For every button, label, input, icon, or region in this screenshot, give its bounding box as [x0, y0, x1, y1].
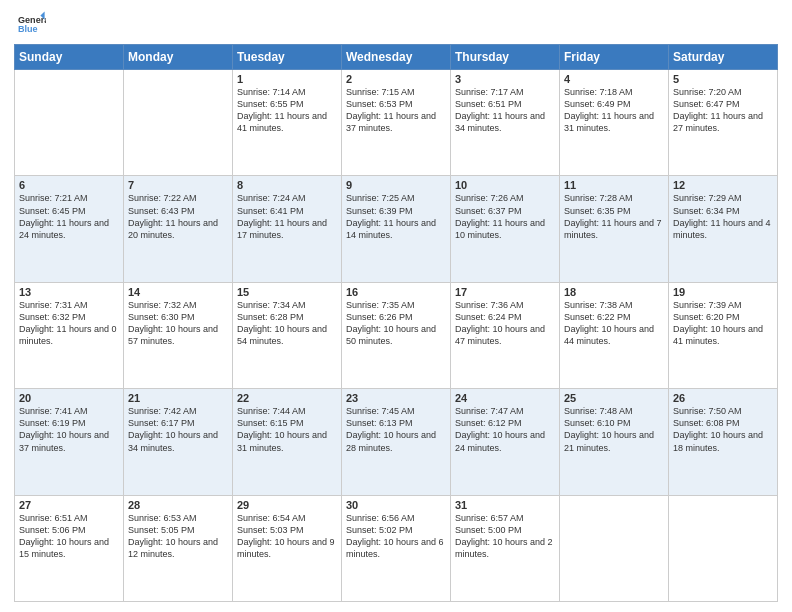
- calendar-day-cell: 1Sunrise: 7:14 AM Sunset: 6:55 PM Daylig…: [233, 70, 342, 176]
- calendar-day-cell: 9Sunrise: 7:25 AM Sunset: 6:39 PM Daylig…: [342, 176, 451, 282]
- day-info: Sunrise: 7:47 AM Sunset: 6:12 PM Dayligh…: [455, 405, 555, 454]
- day-number: 7: [128, 179, 228, 191]
- weekday-header-friday: Friday: [560, 45, 669, 70]
- calendar-day-cell: 17Sunrise: 7:36 AM Sunset: 6:24 PM Dayli…: [451, 282, 560, 388]
- calendar-day-cell: 15Sunrise: 7:34 AM Sunset: 6:28 PM Dayli…: [233, 282, 342, 388]
- calendar-day-cell: 30Sunrise: 6:56 AM Sunset: 5:02 PM Dayli…: [342, 495, 451, 601]
- day-info: Sunrise: 7:29 AM Sunset: 6:34 PM Dayligh…: [673, 192, 773, 241]
- day-number: 31: [455, 499, 555, 511]
- calendar-day-cell: 13Sunrise: 7:31 AM Sunset: 6:32 PM Dayli…: [15, 282, 124, 388]
- calendar-day-cell: [124, 70, 233, 176]
- calendar-day-cell: 28Sunrise: 6:53 AM Sunset: 5:05 PM Dayli…: [124, 495, 233, 601]
- day-info: Sunrise: 7:14 AM Sunset: 6:55 PM Dayligh…: [237, 86, 337, 135]
- day-info: Sunrise: 6:56 AM Sunset: 5:02 PM Dayligh…: [346, 512, 446, 561]
- day-number: 9: [346, 179, 446, 191]
- calendar-week-4: 20Sunrise: 7:41 AM Sunset: 6:19 PM Dayli…: [15, 389, 778, 495]
- day-number: 19: [673, 286, 773, 298]
- day-info: Sunrise: 7:50 AM Sunset: 6:08 PM Dayligh…: [673, 405, 773, 454]
- calendar-day-cell: 3Sunrise: 7:17 AM Sunset: 6:51 PM Daylig…: [451, 70, 560, 176]
- day-number: 24: [455, 392, 555, 404]
- calendar-day-cell: 5Sunrise: 7:20 AM Sunset: 6:47 PM Daylig…: [669, 70, 778, 176]
- day-info: Sunrise: 7:21 AM Sunset: 6:45 PM Dayligh…: [19, 192, 119, 241]
- calendar-day-cell: 10Sunrise: 7:26 AM Sunset: 6:37 PM Dayli…: [451, 176, 560, 282]
- calendar-day-cell: 2Sunrise: 7:15 AM Sunset: 6:53 PM Daylig…: [342, 70, 451, 176]
- day-info: Sunrise: 7:48 AM Sunset: 6:10 PM Dayligh…: [564, 405, 664, 454]
- weekday-header-thursday: Thursday: [451, 45, 560, 70]
- day-info: Sunrise: 7:22 AM Sunset: 6:43 PM Dayligh…: [128, 192, 228, 241]
- day-number: 27: [19, 499, 119, 511]
- calendar-week-1: 1Sunrise: 7:14 AM Sunset: 6:55 PM Daylig…: [15, 70, 778, 176]
- day-number: 30: [346, 499, 446, 511]
- day-info: Sunrise: 7:41 AM Sunset: 6:19 PM Dayligh…: [19, 405, 119, 454]
- calendar-day-cell: 12Sunrise: 7:29 AM Sunset: 6:34 PM Dayli…: [669, 176, 778, 282]
- day-info: Sunrise: 6:54 AM Sunset: 5:03 PM Dayligh…: [237, 512, 337, 561]
- calendar-day-cell: 25Sunrise: 7:48 AM Sunset: 6:10 PM Dayli…: [560, 389, 669, 495]
- weekday-header-sunday: Sunday: [15, 45, 124, 70]
- day-number: 23: [346, 392, 446, 404]
- day-info: Sunrise: 7:26 AM Sunset: 6:37 PM Dayligh…: [455, 192, 555, 241]
- day-number: 2: [346, 73, 446, 85]
- day-info: Sunrise: 7:17 AM Sunset: 6:51 PM Dayligh…: [455, 86, 555, 135]
- day-number: 3: [455, 73, 555, 85]
- day-info: Sunrise: 7:24 AM Sunset: 6:41 PM Dayligh…: [237, 192, 337, 241]
- day-info: Sunrise: 6:53 AM Sunset: 5:05 PM Dayligh…: [128, 512, 228, 561]
- day-info: Sunrise: 7:35 AM Sunset: 6:26 PM Dayligh…: [346, 299, 446, 348]
- calendar-day-cell: 11Sunrise: 7:28 AM Sunset: 6:35 PM Dayli…: [560, 176, 669, 282]
- calendar-day-cell: 4Sunrise: 7:18 AM Sunset: 6:49 PM Daylig…: [560, 70, 669, 176]
- logo-icon: General Blue: [18, 10, 46, 38]
- day-number: 21: [128, 392, 228, 404]
- day-info: Sunrise: 7:25 AM Sunset: 6:39 PM Dayligh…: [346, 192, 446, 241]
- day-number: 12: [673, 179, 773, 191]
- day-info: Sunrise: 7:42 AM Sunset: 6:17 PM Dayligh…: [128, 405, 228, 454]
- day-number: 13: [19, 286, 119, 298]
- calendar-day-cell: [15, 70, 124, 176]
- day-info: Sunrise: 7:38 AM Sunset: 6:22 PM Dayligh…: [564, 299, 664, 348]
- day-info: Sunrise: 7:32 AM Sunset: 6:30 PM Dayligh…: [128, 299, 228, 348]
- day-number: 5: [673, 73, 773, 85]
- calendar-day-cell: 31Sunrise: 6:57 AM Sunset: 5:00 PM Dayli…: [451, 495, 560, 601]
- day-number: 8: [237, 179, 337, 191]
- calendar-day-cell: 27Sunrise: 6:51 AM Sunset: 5:06 PM Dayli…: [15, 495, 124, 601]
- day-info: Sunrise: 7:34 AM Sunset: 6:28 PM Dayligh…: [237, 299, 337, 348]
- calendar-day-cell: 18Sunrise: 7:38 AM Sunset: 6:22 PM Dayli…: [560, 282, 669, 388]
- day-number: 15: [237, 286, 337, 298]
- day-number: 11: [564, 179, 664, 191]
- weekday-header-tuesday: Tuesday: [233, 45, 342, 70]
- day-number: 26: [673, 392, 773, 404]
- day-number: 4: [564, 73, 664, 85]
- day-number: 29: [237, 499, 337, 511]
- day-info: Sunrise: 6:57 AM Sunset: 5:00 PM Dayligh…: [455, 512, 555, 561]
- day-number: 16: [346, 286, 446, 298]
- day-number: 28: [128, 499, 228, 511]
- day-number: 25: [564, 392, 664, 404]
- calendar-day-cell: 8Sunrise: 7:24 AM Sunset: 6:41 PM Daylig…: [233, 176, 342, 282]
- calendar-day-cell: 7Sunrise: 7:22 AM Sunset: 6:43 PM Daylig…: [124, 176, 233, 282]
- day-number: 6: [19, 179, 119, 191]
- calendar-day-cell: 24Sunrise: 7:47 AM Sunset: 6:12 PM Dayli…: [451, 389, 560, 495]
- calendar-week-3: 13Sunrise: 7:31 AM Sunset: 6:32 PM Dayli…: [15, 282, 778, 388]
- day-number: 17: [455, 286, 555, 298]
- day-info: Sunrise: 6:51 AM Sunset: 5:06 PM Dayligh…: [19, 512, 119, 561]
- day-number: 22: [237, 392, 337, 404]
- logo: General Blue: [14, 10, 46, 38]
- weekday-header-saturday: Saturday: [669, 45, 778, 70]
- calendar-day-cell: 16Sunrise: 7:35 AM Sunset: 6:26 PM Dayli…: [342, 282, 451, 388]
- calendar-day-cell: [669, 495, 778, 601]
- day-info: Sunrise: 7:45 AM Sunset: 6:13 PM Dayligh…: [346, 405, 446, 454]
- day-number: 20: [19, 392, 119, 404]
- day-info: Sunrise: 7:44 AM Sunset: 6:15 PM Dayligh…: [237, 405, 337, 454]
- day-info: Sunrise: 7:36 AM Sunset: 6:24 PM Dayligh…: [455, 299, 555, 348]
- calendar-day-cell: 29Sunrise: 6:54 AM Sunset: 5:03 PM Dayli…: [233, 495, 342, 601]
- calendar-day-cell: 6Sunrise: 7:21 AM Sunset: 6:45 PM Daylig…: [15, 176, 124, 282]
- day-number: 10: [455, 179, 555, 191]
- page-header: General Blue: [14, 10, 778, 38]
- calendar-day-cell: 22Sunrise: 7:44 AM Sunset: 6:15 PM Dayli…: [233, 389, 342, 495]
- calendar-day-cell: 21Sunrise: 7:42 AM Sunset: 6:17 PM Dayli…: [124, 389, 233, 495]
- day-number: 1: [237, 73, 337, 85]
- weekday-header-wednesday: Wednesday: [342, 45, 451, 70]
- svg-text:Blue: Blue: [18, 24, 38, 34]
- calendar-header-row: SundayMondayTuesdayWednesdayThursdayFrid…: [15, 45, 778, 70]
- day-info: Sunrise: 7:39 AM Sunset: 6:20 PM Dayligh…: [673, 299, 773, 348]
- calendar-week-5: 27Sunrise: 6:51 AM Sunset: 5:06 PM Dayli…: [15, 495, 778, 601]
- calendar-day-cell: [560, 495, 669, 601]
